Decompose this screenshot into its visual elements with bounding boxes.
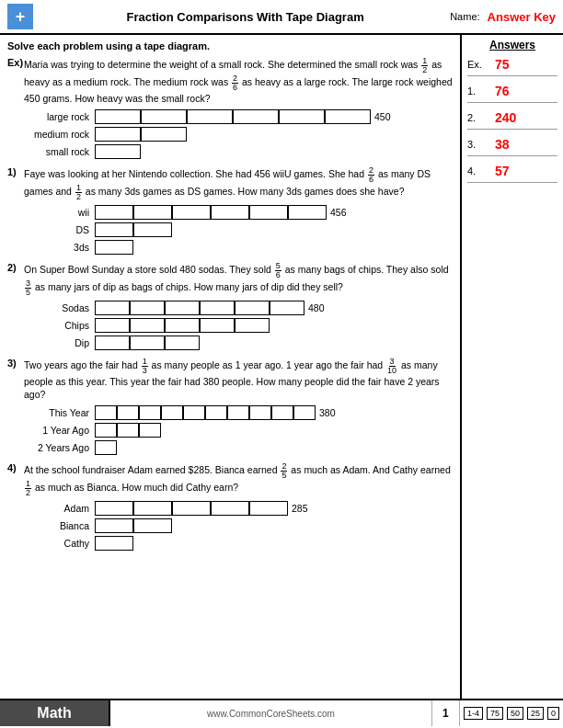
answer-row-ex: Ex. 75: [467, 57, 557, 76]
header: + Fraction Comparisons With Tape Diagram…: [0, 0, 563, 35]
example-num: Ex): [7, 57, 24, 68]
page-title: Fraction Comparisons With Tape Diagram: [40, 10, 450, 24]
tape-cell: [288, 205, 327, 220]
directions: Solve each problem using a tape diagram.: [7, 40, 453, 51]
example-tape: large rock 450 medium rock: [26, 109, 453, 159]
tape-row: 3ds: [26, 240, 453, 255]
tape-diagram: 450: [95, 109, 391, 124]
tape-row: medium rock: [26, 127, 453, 142]
tape-cell: [165, 301, 200, 315]
answer-value-1: 76: [495, 84, 510, 98]
problem-4-tape: Adam 285 Bianca: [26, 501, 453, 551]
main-area: Solve each problem using a tape diagram.…: [0, 35, 563, 699]
tape-cell: [95, 518, 133, 533]
tape-cell: [235, 301, 270, 315]
tape-label: 2 Years Ago: [26, 442, 95, 453]
tape-cell: [95, 109, 141, 124]
tape-diagram: [95, 144, 141, 159]
tape-diagram: [95, 440, 117, 455]
tape-cell: [133, 518, 172, 533]
tape-cell: [165, 318, 200, 333]
tape-row: Dip: [26, 336, 453, 350]
answer-row-1: 1. 76: [467, 84, 557, 103]
score-range: 1-4: [464, 707, 483, 720]
problem-4-num: 4): [7, 462, 24, 473]
tape-cell: [183, 405, 205, 420]
tape-cell: [95, 336, 130, 350]
example-text: Maria was trying to determine the weight…: [24, 57, 453, 106]
tape-label: This Year: [26, 407, 95, 418]
tape-cell: [172, 205, 211, 220]
problem-1-num: 1): [7, 166, 24, 177]
answer-value-4: 57: [495, 164, 510, 178]
answer-value-2: 240: [495, 110, 516, 125]
tape-cell: [95, 318, 130, 333]
tape-label: Cathy: [26, 538, 95, 549]
tape-diagram: [95, 318, 270, 333]
example-frac2: 26: [232, 74, 238, 92]
tape-cell: [227, 405, 249, 420]
p3-frac2: 310: [386, 358, 397, 375]
problem-2-num: 2): [7, 262, 24, 273]
tape-label: 1 Year Ago: [26, 425, 95, 436]
tape-cell: [95, 144, 141, 159]
footer-scores: 1-4 75 50 25 0: [459, 700, 563, 726]
tape-label: DS: [26, 224, 95, 235]
tape-cell: [139, 423, 161, 438]
tape-label: Adam: [26, 503, 95, 514]
logo: +: [7, 4, 33, 29]
problem-4-text: At the school fundraiser Adam earned $28…: [24, 462, 453, 497]
tape-row: wii 456: [26, 205, 453, 220]
tape-label: medium rock: [26, 129, 95, 140]
tape-row: 1 Year Ago: [26, 423, 453, 438]
tape-cell: [200, 318, 235, 333]
answer-label-2: 2.: [467, 112, 495, 123]
tape-cell: [211, 205, 249, 220]
footer-page: 1: [431, 700, 459, 726]
tape-label: large rock: [26, 111, 95, 122]
tape-cell: [200, 301, 235, 315]
tape-diagram: [95, 423, 161, 438]
tape-row: large rock 450: [26, 109, 453, 124]
sidebar-title: Answers: [467, 39, 557, 51]
tape-row: Bianca: [26, 518, 453, 533]
tape-cell: [205, 405, 227, 420]
footer-math-label: Math: [0, 700, 110, 726]
answer-row-4: 4. 57: [467, 164, 557, 183]
p2-frac2: 35: [25, 279, 31, 297]
tape-row: small rock: [26, 144, 453, 159]
problem-4-header: 4) At the school fundraiser Adam earned …: [7, 462, 453, 497]
tape-row: Cathy: [26, 536, 453, 551]
score-0: 0: [547, 707, 559, 720]
tape-cell: [95, 440, 117, 455]
problem-1-text: Faye was looking at her Nintendo collect…: [24, 166, 453, 201]
tape-diagram: [95, 518, 172, 533]
tape-cell: [233, 109, 279, 124]
tape-number: 285: [292, 503, 308, 514]
tape-cell: [235, 318, 270, 333]
example-frac1: 12: [421, 57, 428, 74]
tape-cell: [133, 222, 172, 237]
tape-cell: [187, 109, 233, 124]
tape-label: wii: [26, 207, 95, 218]
tape-cell: [325, 109, 371, 124]
problem-2-tape: Sodas 480 Chips: [26, 301, 453, 350]
score-50: 50: [507, 707, 523, 720]
tape-cell: [133, 501, 172, 516]
problem-3: 3) Two years ago the fair had 13 as many…: [7, 358, 453, 455]
tape-cell: [117, 423, 139, 438]
tape-cell: [95, 501, 133, 516]
p4-frac2: 12: [25, 480, 31, 497]
tape-number: 456: [330, 207, 347, 218]
problem-2: 2) On Super Bowl Sunday a store sold 480…: [7, 262, 453, 350]
problem-1: 1) Faye was looking at her Nintendo coll…: [7, 166, 453, 255]
tape-cell: [141, 109, 187, 124]
score-25: 25: [527, 707, 544, 720]
tape-label: Sodas: [26, 302, 95, 313]
tape-row: Chips: [26, 318, 453, 333]
problem-4: 4) At the school fundraiser Adam earned …: [7, 462, 453, 551]
answer-label-ex: Ex.: [467, 59, 495, 70]
tape-diagram: [95, 536, 133, 551]
tape-number: 450: [374, 111, 391, 122]
tape-cell: [95, 536, 133, 551]
